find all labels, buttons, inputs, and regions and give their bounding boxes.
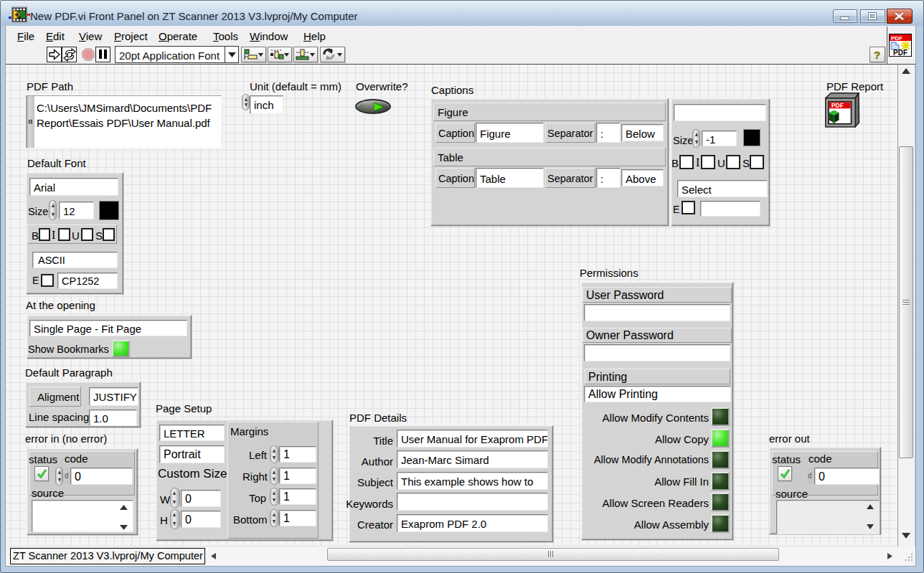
- svg-text:PDF: PDF: [831, 102, 844, 109]
